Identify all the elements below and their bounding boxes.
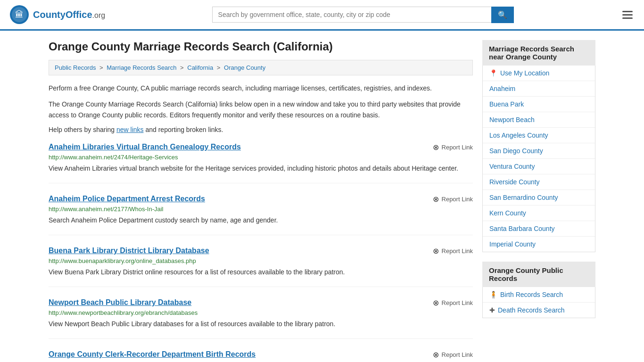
report-link-4[interactable]: ⊗ Report Link	[433, 350, 473, 359]
result-desc-2: View Buena Park Library District online …	[49, 267, 473, 277]
nearby-place-link-3[interactable]: Los Angeles County	[489, 132, 548, 139]
nearby-section: Marriage Records Search near Orange Coun…	[482, 40, 595, 252]
nearby-place-4: San Diego County	[483, 143, 595, 159]
breadcrumb-california[interactable]: California	[187, 64, 213, 71]
breadcrumb-marriage-records[interactable]: Marriage Records Search	[107, 64, 176, 71]
breadcrumb-orange-county[interactable]: Orange County	[224, 64, 265, 71]
nearby-place-link-5[interactable]: Ventura County	[489, 163, 535, 170]
nearby-place-9: Santa Barbara County	[483, 221, 595, 237]
nearby-list: 📍 Use My Location Anaheim Buena Park New…	[482, 66, 595, 252]
logo-icon: 🏛	[9, 5, 29, 25]
share-text-before: Help others by sharing	[49, 126, 116, 133]
result-item-1: Anaheim Police Department Arrest Records…	[49, 195, 473, 235]
content-area: Orange County Marriage Records Search (C…	[49, 40, 473, 362]
nearby-place-7: San Bernardino County	[483, 190, 595, 206]
result-item-4: Orange County Clerk-Recorder Department …	[49, 350, 473, 362]
logo-text: CountyOffice.org	[33, 9, 105, 20]
nearby-place-2: Newport Beach	[483, 112, 595, 128]
nearby-place-1: Buena Park	[483, 97, 595, 112]
public-record-1: ✚ Death Records Search	[483, 303, 595, 318]
report-icon-1: ⊗	[433, 195, 439, 204]
search-icon: 🔍	[498, 11, 507, 19]
menu-bar-1	[622, 11, 633, 12]
page-title: Orange County Marriage Records Search (C…	[49, 40, 473, 53]
nearby-place-link-6[interactable]: Riverside County	[489, 178, 540, 186]
search-area: 🔍	[212, 7, 514, 23]
menu-button[interactable]	[620, 9, 635, 21]
breadcrumb: Public Records > Marriage Records Search…	[49, 60, 473, 75]
nearby-place-3: Los Angeles County	[483, 128, 595, 143]
public-record-0: 🧍 Birth Records Search	[483, 287, 595, 303]
report-link-1[interactable]: ⊗ Report Link	[433, 195, 473, 204]
result-desc-0: View Anaheim Libraries virtual branch we…	[49, 164, 473, 173]
result-header-0: Anaheim Libraries Virtual Branch Genealo…	[49, 143, 473, 152]
public-records-section: Orange County Public Records 🧍 Birth Rec…	[482, 262, 595, 318]
nearby-place-5: Ventura County	[483, 159, 595, 174]
nearby-place-6: Riverside County	[483, 174, 595, 190]
nearby-place-link-2[interactable]: Newport Beach	[489, 116, 535, 123]
birth-records-link[interactable]: Birth Records Search	[500, 291, 563, 298]
result-header-3: Newport Beach Public Library Database ⊗ …	[49, 298, 473, 307]
report-link-2[interactable]: ⊗ Report Link	[433, 247, 473, 255]
breadcrumb-sep-2: >	[180, 64, 185, 71]
result-item-2: Buena Park Library District Library Data…	[49, 247, 473, 287]
nearby-place-link-7[interactable]: San Bernardino County	[489, 194, 558, 201]
location-pin-icon: 📍	[489, 69, 497, 77]
share-text-after: and reporting broken links.	[144, 126, 223, 133]
nearby-place-link-8[interactable]: Kern County	[489, 209, 526, 217]
nearby-header: Marriage Records Search near Orange Coun…	[482, 40, 595, 66]
report-link-3[interactable]: ⊗ Report Link	[433, 298, 473, 307]
new-links-link[interactable]: new links	[116, 126, 144, 133]
nearby-place-8: Kern County	[483, 206, 595, 221]
report-icon-4: ⊗	[433, 350, 439, 359]
use-my-location-item[interactable]: 📍 Use My Location	[483, 66, 595, 81]
result-item-3: Newport Beach Public Library Database ⊗ …	[49, 298, 473, 339]
nearby-place-10: Imperial County	[483, 237, 595, 252]
header: 🏛 CountyOffice.org 🔍	[0, 0, 644, 31]
result-title-0[interactable]: Anaheim Libraries Virtual Branch Genealo…	[49, 143, 241, 151]
result-item-0: Anaheim Libraries Virtual Branch Genealo…	[49, 143, 473, 183]
report-icon-3: ⊗	[433, 298, 439, 307]
result-title-1[interactable]: Anaheim Police Department Arrest Records	[49, 195, 205, 203]
menu-bar-2	[622, 14, 633, 16]
nearby-place-link-0[interactable]: Anaheim	[489, 85, 515, 92]
result-header-4: Orange County Clerk-Recorder Department …	[49, 350, 473, 359]
share-text: Help others by sharing new links and rep…	[49, 126, 473, 133]
public-records-list: 🧍 Birth Records Search ✚ Death Records S…	[482, 287, 595, 318]
use-my-location-link[interactable]: Use My Location	[500, 69, 549, 77]
breadcrumb-sep-1: >	[99, 64, 105, 71]
intro-paragraph-2: The Orange County Marriage Records Searc…	[49, 99, 473, 120]
public-records-header: Orange County Public Records	[482, 262, 595, 287]
result-url-1: http://www.anaheim.net/2177/Whos-In-Jail	[49, 206, 473, 213]
main-container: Orange County Marriage Records Search (C…	[39, 31, 605, 362]
result-desc-3: View Newport Beach Public Library databa…	[49, 319, 473, 329]
report-icon-2: ⊗	[433, 247, 439, 255]
result-title-2[interactable]: Buena Park Library District Library Data…	[49, 247, 209, 255]
nearby-place-link-4[interactable]: San Diego County	[489, 147, 543, 155]
search-input[interactable]	[212, 7, 491, 23]
birth-record-icon: 🧍	[489, 291, 497, 298]
search-button[interactable]: 🔍	[491, 7, 514, 23]
result-title-4[interactable]: Orange County Clerk-Recorder Department …	[49, 350, 256, 359]
breadcrumb-sep-3: >	[217, 64, 222, 71]
svg-text:🏛: 🏛	[15, 9, 24, 19]
breadcrumb-public-records[interactable]: Public Records	[55, 64, 96, 71]
menu-bar-3	[622, 17, 633, 19]
nearby-place-link-9[interactable]: Santa Barbara County	[489, 225, 555, 232]
result-url-3: http://www.newportbeachlibrary.org/ebran…	[49, 309, 473, 316]
result-url-0: http://www.anaheim.net/2474/Heritage-Ser…	[49, 154, 473, 161]
nearby-place-link-1[interactable]: Buena Park	[489, 100, 524, 108]
nearby-place-0: Anaheim	[483, 81, 595, 97]
death-records-link[interactable]: Death Records Search	[498, 306, 565, 314]
report-link-0[interactable]: ⊗ Report Link	[433, 143, 473, 152]
result-title-3[interactable]: Newport Beach Public Library Database	[49, 298, 191, 307]
nearby-place-link-10[interactable]: Imperial County	[489, 240, 536, 248]
death-record-icon: ✚	[489, 306, 495, 314]
result-header-1: Anaheim Police Department Arrest Records…	[49, 195, 473, 204]
result-header-2: Buena Park Library District Library Data…	[49, 247, 473, 255]
sidebar: Marriage Records Search near Orange Coun…	[482, 40, 595, 362]
result-desc-1: Search Anaheim Police Department custody…	[49, 215, 473, 225]
report-icon-0: ⊗	[433, 143, 439, 152]
result-url-2: http://www.buenaparklibrary.org/online_d…	[49, 257, 473, 264]
intro-paragraph-1: Perform a free Orange County, CA public …	[49, 83, 473, 93]
